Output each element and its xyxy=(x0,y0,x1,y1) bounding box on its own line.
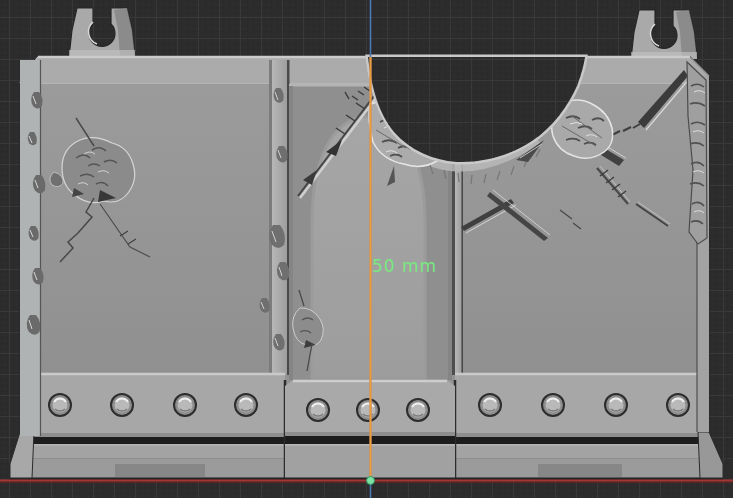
rivet xyxy=(542,394,564,416)
base-notch-left xyxy=(115,464,205,477)
rivet xyxy=(235,394,257,416)
measurement-label: 50 mm xyxy=(372,256,437,276)
damaged-wall-model[interactable] xyxy=(10,8,723,481)
rivet xyxy=(605,394,627,416)
bevel-column-left xyxy=(20,60,40,436)
top-edge-band xyxy=(20,57,709,84)
rivet xyxy=(667,394,689,416)
viewport[interactable]: 50 mm xyxy=(0,0,733,498)
rivet xyxy=(357,399,379,421)
measure-endpoint[interactable] xyxy=(367,477,375,485)
rivet xyxy=(174,394,196,416)
viewport-canvas[interactable]: 50 mm xyxy=(0,0,733,498)
rivet xyxy=(111,394,133,416)
base-notch-right xyxy=(538,464,622,477)
rivet xyxy=(307,399,329,421)
rivet xyxy=(479,394,501,416)
rivet xyxy=(407,399,429,421)
rivet xyxy=(49,394,71,416)
